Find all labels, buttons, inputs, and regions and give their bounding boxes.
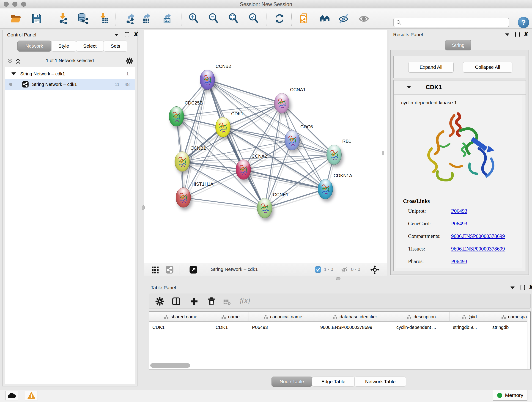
tab-edge-table[interactable]: Edge Table	[312, 376, 355, 387]
zoom-out-button[interactable]	[208, 12, 220, 25]
show-all-button[interactable]	[358, 12, 370, 25]
first-neighbors-button[interactable]	[319, 12, 331, 25]
memory-button[interactable]: Memory	[493, 390, 527, 401]
network-collection-row[interactable]: String Network – cdk1 1	[5, 69, 135, 79]
crosslink-link[interactable]: 9606.ENSP00000378699	[451, 233, 505, 239]
network-edge-CCNA2-CDKN1A[interactable]	[243, 170, 325, 189]
panel-close-icon[interactable]: ✘	[529, 284, 532, 290]
network-node-CCNE1[interactable]	[257, 198, 272, 218]
add-column-icon[interactable]	[190, 297, 199, 306]
export-network-button[interactable]	[125, 12, 137, 25]
panel-float-icon[interactable]	[125, 32, 129, 37]
section-collapse-icon[interactable]	[407, 86, 411, 89]
save-session-button[interactable]	[31, 12, 43, 25]
zoom-selected-button[interactable]	[248, 12, 260, 25]
clone-network-button[interactable]	[298, 12, 310, 25]
expand-all-button[interactable]: Expand All	[408, 62, 454, 73]
panel-close-icon[interactable]: ✘	[133, 32, 138, 37]
panel-float-icon[interactable]	[520, 285, 525, 290]
crosslink-link[interactable]: 9606.ENSP00000378699	[451, 246, 505, 252]
network-node-CCNA1[interactable]	[274, 93, 289, 113]
warnings-button[interactable]	[25, 391, 38, 400]
network-node-CCNB2[interactable]	[200, 70, 215, 90]
import-network-from-database-button[interactable]	[77, 12, 89, 25]
export-image-button[interactable]	[162, 12, 173, 25]
cloud-status-button[interactable]	[5, 391, 18, 400]
column-header--id[interactable]: @id	[450, 312, 489, 322]
show-columns-icon[interactable]	[172, 297, 181, 306]
toolbar-search-field[interactable]	[393, 18, 509, 27]
table-row[interactable]: CDK1CDK1P064939606.ENSP00000378699cyclin…	[149, 322, 531, 332]
column-header-shared-name[interactable]: shared name	[149, 312, 212, 322]
table-cell[interactable]: CDK1	[212, 322, 249, 332]
network-node-RB1[interactable]	[326, 145, 342, 165]
table-horizontal-scrollbar[interactable]	[150, 363, 190, 368]
network-edge-HIST1H1A-CCNE1[interactable]	[185, 200, 266, 211]
search-input[interactable]	[402, 18, 509, 27]
tab-sets[interactable]: Sets	[104, 41, 127, 51]
network-edge-CCNB2-RB1[interactable]	[207, 80, 334, 155]
network-node-CDK1[interactable]	[215, 117, 230, 137]
tab-select[interactable]: Select	[76, 41, 104, 51]
panel-float-icon[interactable]	[515, 32, 520, 37]
network-view-canvas[interactable]: CCNB2 CCNA1 CDC25B CDK1 CDC6 RB1 CCNB1 C…	[144, 30, 387, 263]
gear-icon[interactable]	[126, 57, 133, 65]
tab-style[interactable]: Style	[51, 41, 76, 51]
node-section-header[interactable]: CDK1	[394, 80, 526, 95]
column-header-description[interactable]: description	[393, 312, 450, 322]
panel-menu-icon[interactable]	[505, 33, 509, 36]
tab-network[interactable]: Network	[17, 41, 51, 51]
table-cell[interactable]: cyclin-dependent ...	[393, 322, 450, 332]
network-node-CDKN1A[interactable]	[318, 179, 333, 199]
horizontal-splitter-handle[interactable]	[336, 277, 341, 280]
node-table[interactable]: shared name name canonical name database…	[149, 312, 531, 370]
tab-string[interactable]: String	[445, 40, 471, 51]
import-network-button[interactable]	[57, 12, 69, 25]
tree-expand-icon[interactable]	[12, 72, 16, 75]
column-header-namespace[interactable]: namespace	[489, 312, 531, 322]
network-edge-CCNB2-CCNA1[interactable]	[209, 82, 283, 105]
table-cell[interactable]: P06493	[249, 322, 317, 332]
table-cell[interactable]: stringdb	[489, 322, 531, 332]
selected-checkbox-icon[interactable]	[315, 266, 321, 273]
column-header-database-identifier[interactable]: database identifier	[317, 312, 393, 322]
table-cell[interactable]: CDK1	[149, 322, 212, 332]
refresh-button[interactable]	[273, 12, 285, 25]
help-button[interactable]: ?	[518, 17, 529, 28]
network-node-HIST1H1A[interactable]	[176, 187, 191, 208]
external-link-icon[interactable]	[189, 266, 197, 274]
tab-network-table[interactable]: Network Table	[355, 376, 406, 387]
import-table-button[interactable]	[97, 12, 109, 25]
crosslink-link[interactable]: P06493	[451, 259, 467, 264]
network-node-CDC25B[interactable]	[169, 106, 184, 127]
hide-selected-button[interactable]	[337, 12, 349, 25]
collapse-all-button[interactable]: Collapse All	[463, 62, 512, 73]
right-splitter-handle[interactable]	[382, 151, 384, 155]
network-node-CCNB1[interactable]	[175, 152, 190, 172]
panel-menu-icon[interactable]	[510, 287, 515, 289]
open-session-button[interactable]	[10, 12, 22, 25]
gear-icon[interactable]	[155, 297, 164, 306]
crosslink-link[interactable]: P06493	[451, 208, 467, 214]
table-cell[interactable]: 9606.ENSP00000378699	[317, 322, 393, 332]
table-cell[interactable]: stringdb:9...	[450, 322, 489, 332]
birds-eye-grid-icon[interactable]	[151, 266, 159, 274]
column-header-name[interactable]: name	[212, 312, 249, 322]
export-table-button[interactable]	[141, 12, 153, 25]
network-node-CDC6[interactable]	[285, 130, 300, 150]
left-splitter-handle[interactable]	[142, 205, 145, 210]
zoom-in-button[interactable]	[188, 12, 200, 25]
network-node-CCNA2[interactable]	[236, 160, 251, 180]
column-header-canonical-name[interactable]: canonical name	[249, 312, 317, 322]
results-panel-title: Results Panel	[393, 32, 423, 37]
panel-menu-icon[interactable]	[114, 34, 119, 36]
delete-trash-icon[interactable]	[207, 297, 216, 306]
panel-close-icon[interactable]: ✘	[524, 32, 529, 37]
tab-node-table[interactable]: Node Table	[272, 376, 312, 387]
network-row[interactable]: String Network – cdk1 11 48	[5, 79, 135, 89]
crosslink-link[interactable]: P06493	[451, 221, 467, 227]
string-share-icon[interactable]	[165, 266, 174, 274]
fit-content-crosshair-icon[interactable]	[370, 265, 380, 274]
zoom-fit-button[interactable]	[228, 12, 239, 25]
table-vertical-scrollbar[interactable]	[527, 312, 530, 369]
